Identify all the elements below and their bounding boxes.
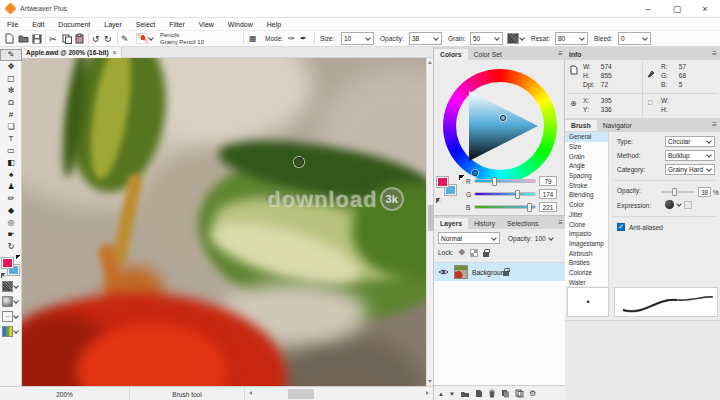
brush-category-item[interactable]: Jitter [565,210,608,220]
info-menu-icon[interactable]: ≡ [712,50,717,58]
scroll-down-icon[interactable] [428,380,432,383]
lock-position-icon[interactable]: ✥ [459,248,466,257]
grain-dropdown[interactable]: 50 [470,32,503,45]
blend-mode-select[interactable]: Normal [438,232,500,244]
brush-category-item[interactable]: Clone [565,219,608,229]
tab-selections[interactable]: Selections [501,218,544,229]
new-group-button[interactable] [460,390,470,398]
brush-preset-label[interactable]: Pencils Grainy Pencil 10 [160,32,204,45]
foreground-color-swatch[interactable] [437,177,448,187]
canvas[interactable]: download 3k [22,58,426,386]
opacity-dropdown[interactable]: 38 [409,32,442,45]
copy-layer-button[interactable] [515,389,524,398]
scroll-left-icon[interactable] [249,391,252,395]
panel-toggle-icon[interactable]: ▦ [249,32,257,45]
tab-colors[interactable]: Colors [434,49,468,60]
blue-slider-thumb[interactable] [527,203,532,212]
brush-category-item[interactable]: Imagestamp [565,239,608,249]
move-tool[interactable]: ✥ [0,61,22,73]
layer-opacity-value[interactable]: 100 [535,235,546,242]
brush-category-item[interactable]: Blending [565,190,608,200]
foreground-color-swatch[interactable] [2,258,13,268]
redo-button[interactable]: ↻ [104,32,112,45]
green-slider[interactable] [474,192,536,196]
triangle-selector[interactable] [500,115,506,121]
clone-stamp-tool[interactable]: ♟ [0,181,22,193]
blue-slider[interactable] [474,205,536,209]
magic-wand-tool[interactable]: ✼ [0,85,22,97]
open-document-button[interactable] [18,32,29,45]
rotate-tool[interactable]: ↻ [0,241,22,253]
menu-item[interactable]: View [192,21,221,28]
zoom-tool[interactable]: ◎ [0,217,22,229]
brush-category-item[interactable]: Water [565,277,608,286]
default-colors-icon[interactable] [459,175,464,180]
colors-menu-icon[interactable]: ≡ [558,50,563,58]
pencil-tool[interactable]: ✏ [0,193,22,205]
menu-item[interactable]: Layer [97,21,129,28]
brush-category-item[interactable]: Angle [565,161,608,171]
rect-select-tool[interactable]: ▢ [0,73,22,85]
brush-preset-dropdown[interactable] [136,32,154,45]
shape-tool[interactable]: ▭ [0,145,22,157]
brush-category-item[interactable]: General [565,132,608,142]
brush-category-item[interactable]: Bristles [565,258,608,268]
red-slider-thumb[interactable] [492,177,497,186]
maximize-button[interactable]: ▢ [663,0,691,18]
document-tab[interactable]: Apple.awd @ 200% (16-bit) × [22,47,122,58]
brush-opacity-value[interactable]: 38 [698,187,711,197]
scroll-right-icon[interactable] [426,391,429,395]
resat-dropdown[interactable]: 80 [555,32,588,45]
expression-swatch[interactable] [665,200,674,209]
brush-category-item[interactable]: Spacing [565,171,608,181]
erase-mode-icon[interactable]: ✒ [300,32,307,45]
lock-transparency-icon[interactable] [470,249,478,257]
blue-value[interactable]: 221 [539,202,557,212]
menu-item[interactable]: Edit [25,21,51,28]
tab-layers[interactable]: Layers [434,218,468,229]
hand-tool[interactable]: ☛ [0,229,22,241]
copy-button[interactable] [62,32,72,45]
save-button[interactable] [32,32,42,45]
move-layer-up-button[interactable]: ▲ [438,391,444,397]
pattern-selector[interactable] [0,279,22,294]
layer-settings-gear-icon[interactable]: ⚙ [529,389,536,398]
green-value[interactable]: 174 [539,189,557,199]
text-tool[interactable]: T [0,133,22,145]
eraser-tool[interactable]: ♠ [0,169,22,181]
tab-history[interactable]: History [468,218,501,229]
brush-category-item[interactable]: Grain [565,151,608,161]
layer-visibility-eye-icon[interactable] [438,268,452,277]
red-slider[interactable] [474,179,536,183]
bleed-dropdown[interactable]: 0 [618,32,651,45]
undo-button[interactable]: ↺ [92,32,100,45]
slice-tool[interactable]: ❏ [0,121,22,133]
menu-item[interactable]: File [0,21,25,28]
menu-item[interactable]: Select [129,21,162,28]
tab-brush[interactable]: Brush [565,120,597,131]
antialiased-checkbox[interactable]: ✓ [617,223,625,231]
chevron-down-icon[interactable] [549,236,554,241]
brush-category-item[interactable]: Color [565,200,608,210]
zoom-level[interactable]: 200% [0,387,130,400]
minimize-button[interactable]: – [634,0,662,18]
tab-close-icon[interactable]: × [113,49,117,56]
brush-opacity-thumb[interactable] [672,188,677,196]
size-dropdown[interactable]: 10 [341,32,374,45]
tab-color-set[interactable]: Color Set [468,49,508,60]
chevron-down-icon[interactable] [677,202,682,207]
new-document-button[interactable] [5,32,14,45]
brush-category-item[interactable]: Airbrush [565,248,608,258]
green-slider-thumb[interactable] [515,190,520,199]
stroke-selector[interactable]: ~ [0,309,22,324]
brush-mode-button[interactable]: ✎ [121,32,129,45]
gradient-tool[interactable]: ◧ [0,157,22,169]
crop-tool[interactable]: # [0,109,22,121]
menu-item[interactable]: Filter [162,21,192,28]
scroll-up-icon[interactable] [428,61,432,64]
canvas-vertical-scrollbar[interactable] [426,58,433,386]
brush-tool[interactable]: ✎ [0,49,22,61]
fill-tool[interactable]: ◆ [0,205,22,217]
horizontal-scroll-thumb[interactable] [288,389,314,399]
paint-mode-icon[interactable]: ✑ [288,32,295,45]
